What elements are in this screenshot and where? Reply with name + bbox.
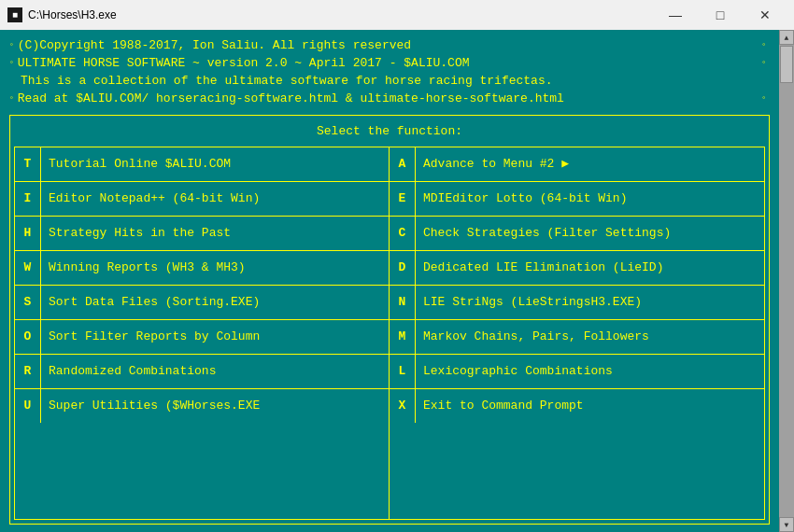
menu-row-left-r[interactable]: RRandomized Combinations xyxy=(15,355,389,389)
menu-row-right-x[interactable]: XExit to Command Prompt xyxy=(390,389,764,423)
menu-label-right-c: Check Strategies (Filter Settings) xyxy=(416,222,678,245)
menu-label-o: Sort Filter Reports by Column xyxy=(41,326,267,349)
menu-label-right-m: Markov Chains, Pairs, Followers xyxy=(416,326,657,349)
bullet-4: ° xyxy=(9,94,14,105)
menu-label-right-d: Dedicated LIE Elimination (LieID) xyxy=(416,257,671,280)
menu-row-right-m[interactable]: MMarkov Chains, Pairs, Followers xyxy=(390,320,764,355)
menu-label-right-n: LIE StriNgs (LieStringsH3.EXE) xyxy=(416,291,649,315)
menu-row-left-i[interactable]: IEditor Notepad++ (64-bit Win) xyxy=(15,182,389,217)
menu-key-right-x: X xyxy=(390,389,416,423)
bullet-4r: ° xyxy=(761,94,766,105)
menu-label-w: Winning Reports (WH3 & MH3) xyxy=(41,257,253,280)
minimize-button[interactable]: — xyxy=(654,0,697,30)
menu-left-column: TTutorial Online $ALIU.COMIEditor Notepa… xyxy=(15,147,390,519)
menu-label-right-l: Lexicographic Combinations xyxy=(416,360,620,384)
menu-right-column: AAdvance to Menu #2 ▶EMDIEditor Lotto (6… xyxy=(390,147,764,519)
menu-row-left-u[interactable]: USuper Utilities ($WHorses.EXE xyxy=(15,389,389,423)
main-menu-box: Select the function: TTutorial Online $A… xyxy=(9,115,770,525)
menu-label-t: Tutorial Online $ALIU.COM xyxy=(41,153,238,176)
menu-row-left-t[interactable]: TTutorial Online $ALIU.COM xyxy=(15,147,389,182)
menu-row-left-o[interactable]: OSort Filter Reports by Column xyxy=(15,320,389,355)
terminal-content: ° (C)Copyright 1988-2017, Ion Saliu. All… xyxy=(0,30,779,532)
header-text-2: ULTIMATE HORSE SOFTWARE ~ version 2.0 ~ … xyxy=(18,55,470,73)
header-text-4: Read at $ALIU.COM/ horseracing-software.… xyxy=(18,91,564,108)
header-text-1: (C)Copyright 1988-2017, Ion Saliu. All r… xyxy=(18,37,411,55)
scroll-thumb[interactable] xyxy=(780,46,793,83)
menu-key-h: H xyxy=(15,217,41,250)
close-button[interactable]: ✕ xyxy=(744,0,787,30)
menu-key-s: S xyxy=(15,286,41,319)
scrollbar[interactable]: ▲ ▼ xyxy=(779,30,794,532)
menu-key-right-d: D xyxy=(390,251,416,285)
app-icon: ■ xyxy=(7,7,22,22)
bullet-1: ° xyxy=(9,41,14,52)
menu-title: Select the function: xyxy=(14,119,765,147)
header-line-4: ° Read at $ALIU.COM/ horseracing-softwar… xyxy=(9,91,770,108)
scroll-up-button[interactable]: ▲ xyxy=(779,30,794,45)
menu-row-right-d[interactable]: DDedicated LIE Elimination (LieID) xyxy=(390,251,764,286)
menu-row-right-c[interactable]: CCheck Strategies (Filter Settings) xyxy=(390,217,764,251)
menu-row-right-e[interactable]: EMDIEditor Lotto (64-bit Win) xyxy=(390,182,764,217)
window-title: C:\Horses\H3.exe xyxy=(28,8,648,21)
menu-key-right-a: A xyxy=(390,147,416,181)
menu-label-right-e: MDIEditor Lotto (64-bit Win) xyxy=(416,188,634,211)
menu-key-right-n: N xyxy=(390,286,416,319)
bullet-2: ° xyxy=(9,59,14,70)
menu-row-left-h[interactable]: HStrategy Hits in the Past xyxy=(15,217,389,251)
terminal-window: ° (C)Copyright 1988-2017, Ion Saliu. All… xyxy=(0,30,794,532)
menu-key-right-e: E xyxy=(390,182,416,216)
header-section: ° (C)Copyright 1988-2017, Ion Saliu. All… xyxy=(9,37,770,107)
bullet-2r: ° xyxy=(761,59,766,70)
menu-label-r: Randomized Combinations xyxy=(41,360,223,384)
scroll-track xyxy=(779,45,794,517)
menu-key-i: I xyxy=(15,182,41,216)
menu-key-w: W xyxy=(15,251,41,285)
menu-grid: TTutorial Online $ALIU.COMIEditor Notepa… xyxy=(14,147,765,520)
menu-row-right-l[interactable]: LLexicographic Combinations xyxy=(390,355,764,389)
title-bar: ■ C:\Horses\H3.exe — □ ✕ xyxy=(0,0,794,30)
maximize-button[interactable]: □ xyxy=(699,0,742,30)
bullet-1r: ° xyxy=(761,41,766,52)
header-text-3: This is a collection of the ultimate sof… xyxy=(9,73,553,91)
scroll-down-button[interactable]: ▼ xyxy=(779,517,794,532)
menu-key-o: O xyxy=(15,320,41,354)
header-line-2: ° ULTIMATE HORSE SOFTWARE ~ version 2.0 … xyxy=(9,55,770,73)
header-line-1: ° (C)Copyright 1988-2017, Ion Saliu. All… xyxy=(9,37,770,55)
menu-key-r: R xyxy=(15,355,41,388)
window-controls: — □ ✕ xyxy=(654,0,787,30)
menu-row-left-s[interactable]: SSort Data Files (Sorting.EXE) xyxy=(15,286,389,320)
menu-label-right-x: Exit to Command Prompt xyxy=(416,395,591,418)
menu-row-left-w[interactable]: WWinning Reports (WH3 & MH3) xyxy=(15,251,389,286)
menu-label-u: Super Utilities ($WHorses.EXE xyxy=(41,395,267,418)
header-line-3: This is a collection of the ultimate sof… xyxy=(9,73,770,91)
menu-row-right-a[interactable]: AAdvance to Menu #2 ▶ xyxy=(390,147,764,182)
menu-key-t: T xyxy=(15,147,41,181)
menu-label-h: Strategy Hits in the Past xyxy=(41,222,238,245)
menu-key-u: U xyxy=(15,389,41,423)
menu-row-right-n[interactable]: NLIE StriNgs (LieStringsH3.EXE) xyxy=(390,286,764,320)
menu-key-right-m: M xyxy=(390,320,416,354)
menu-label-s: Sort Data Files (Sorting.EXE) xyxy=(41,291,267,315)
menu-key-right-c: C xyxy=(390,217,416,250)
menu-label-i: Editor Notepad++ (64-bit Win) xyxy=(41,188,267,211)
menu-key-right-l: L xyxy=(390,355,416,388)
menu-label-right-a: Advance to Menu #2 ▶ xyxy=(416,153,576,176)
